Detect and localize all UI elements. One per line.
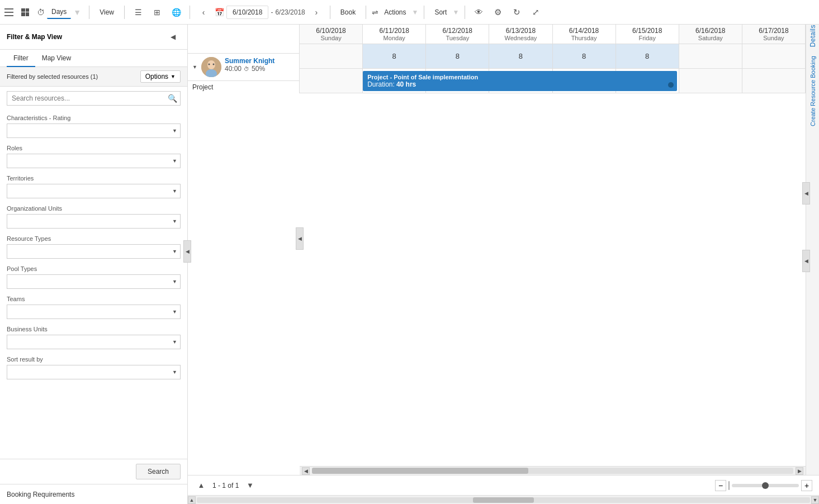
bottom-scrollbar[interactable]: ▲ ▼ bbox=[188, 495, 819, 504]
day-name-0: Sunday bbox=[301, 35, 361, 41]
roles-select[interactable] bbox=[7, 154, 181, 168]
page-up-btn[interactable]: ▲ bbox=[195, 479, 208, 492]
resource-hours-row: 8 8 8 8 8 bbox=[300, 44, 806, 69]
options-button[interactable]: Options ▼ bbox=[140, 70, 181, 83]
divider-3 bbox=[190, 6, 190, 19]
create-booking-label[interactable]: Create Resource Booking bbox=[809, 56, 816, 126]
pagination-bar: ▲ 1 - 1 of 1 ▼ − + bbox=[188, 475, 819, 495]
details-label[interactable]: Details bbox=[809, 25, 817, 51]
schedule-inner: ▼ Su bbox=[188, 25, 819, 475]
resource-details-summer: Summer Knight 40:00 ⏱ 50% bbox=[225, 57, 295, 73]
zoom-thumb[interactable] bbox=[762, 482, 769, 489]
h-scrollbar[interactable]: ◀ ▶ bbox=[300, 466, 806, 475]
grid-view-icon[interactable] bbox=[21, 8, 29, 16]
schedule-panel: ▼ Su bbox=[188, 25, 819, 504]
business-units-select[interactable] bbox=[7, 335, 181, 349]
resource-name-summer[interactable]: Summer Knight bbox=[225, 57, 295, 65]
char-rating-select-wrapper bbox=[7, 123, 181, 138]
days-control: ⏱ Days ▼ bbox=[37, 6, 81, 19]
date-cell-7: 6/17/2018 Sunday bbox=[742, 25, 806, 44]
zoom-out-btn[interactable]: − bbox=[715, 480, 726, 491]
prev-date-button[interactable]: ‹ bbox=[196, 4, 211, 20]
filter-tabs: Filter Map View bbox=[0, 50, 187, 67]
refresh-button[interactable]: ↻ bbox=[509, 4, 524, 20]
filtered-count: Filtered by selected resources (1) bbox=[7, 73, 98, 80]
bottom-scroll-thumb[interactable] bbox=[473, 497, 534, 503]
scroll-left-btn[interactable]: ◀ bbox=[302, 467, 310, 475]
grid-cell-r0-c1: 8 bbox=[363, 44, 426, 68]
org-units-select[interactable] bbox=[7, 214, 181, 229]
date-cell-1: 6/11/2018 Monday bbox=[363, 25, 426, 44]
list-view-button[interactable]: ☰ bbox=[130, 4, 146, 20]
search-button[interactable]: Search bbox=[136, 464, 181, 479]
page-down-btn[interactable]: ▼ bbox=[243, 479, 257, 492]
resource-col-collapse-handle[interactable]: ◀ bbox=[296, 227, 304, 250]
grid-cell-r0-c5: 8 bbox=[616, 44, 679, 68]
days-button[interactable]: Days bbox=[47, 6, 71, 19]
resource-list-container: ▼ Su bbox=[188, 25, 300, 475]
grid-cell-r0-c0 bbox=[300, 44, 363, 68]
filter-selected-bar: Filtered by selected resources (1) Optio… bbox=[0, 67, 187, 87]
map-view-button[interactable]: 🌐 bbox=[168, 4, 184, 20]
resource-row-summer: ▼ Su bbox=[188, 54, 299, 81]
project-label: Project bbox=[192, 83, 213, 91]
booking-drag-handle[interactable] bbox=[668, 82, 674, 88]
tab-filter[interactable]: Filter bbox=[7, 50, 35, 66]
toolbar: ⏱ Days ▼ View ☰ ⊞ 🌐 ‹ 📅 6/10/2018 - 6/23… bbox=[0, 0, 819, 25]
resource-types-select[interactable] bbox=[7, 244, 181, 259]
char-rating-select[interactable] bbox=[7, 123, 181, 138]
date-cell-0: 6/10/2018 Sunday bbox=[300, 25, 363, 44]
details-panel-expand-handle[interactable]: ◀ bbox=[802, 250, 810, 272]
details-panel-collapse-handle[interactable]: ◀ bbox=[802, 182, 810, 205]
filter-collapse-btn[interactable]: ◀ bbox=[165, 29, 181, 45]
date-range-end: 6/23/2018 bbox=[275, 8, 305, 16]
divider-1 bbox=[89, 6, 89, 19]
svg-point-4 bbox=[213, 64, 215, 65]
settings-button[interactable]: ⚙ bbox=[490, 4, 505, 20]
date-cell-4: 6/14/2018 Thursday bbox=[553, 25, 616, 44]
sort-result-select[interactable] bbox=[7, 365, 181, 379]
duration-value: 40 hrs bbox=[396, 80, 416, 88]
sort-button[interactable]: Sort bbox=[430, 6, 451, 18]
actions-button[interactable]: Actions bbox=[380, 6, 410, 18]
next-date-button[interactable]: › bbox=[309, 4, 324, 20]
tab-map-view[interactable]: Map View bbox=[35, 50, 78, 66]
eye-button[interactable]: 👁 bbox=[471, 4, 486, 20]
territories-select[interactable] bbox=[7, 184, 181, 198]
resource-column: ▼ Su bbox=[188, 25, 300, 93]
pool-types-select[interactable] bbox=[7, 274, 181, 289]
book-button[interactable]: Book bbox=[336, 6, 360, 18]
expand-button[interactable]: ⤢ bbox=[528, 4, 543, 20]
teams-select[interactable] bbox=[7, 305, 181, 319]
zoom-track[interactable] bbox=[732, 484, 799, 487]
bottom-scroll-up[interactable]: ▲ bbox=[188, 496, 196, 504]
search-wrapper: 🔍 bbox=[7, 91, 181, 106]
options-chevron-icon: ▼ bbox=[171, 74, 176, 79]
resource-row-collapse[interactable]: ▼ bbox=[192, 57, 198, 77]
bottom-scroll-down[interactable]: ▼ bbox=[811, 496, 819, 504]
sort-result-field: Sort result by bbox=[7, 356, 181, 379]
sort-control: Sort ▼ bbox=[430, 6, 459, 18]
bottom-scroll-track[interactable] bbox=[197, 497, 810, 503]
filter-panel: Filter & Map View ◀ Filter Map View Filt… bbox=[0, 25, 188, 504]
search-icon[interactable]: 🔍 bbox=[168, 94, 177, 103]
zoom-in-btn[interactable]: + bbox=[801, 480, 812, 491]
day-name-6: Saturday bbox=[680, 35, 741, 41]
teams-select-wrapper bbox=[7, 305, 181, 319]
filter-panel-collapse-handle[interactable]: ◀ bbox=[183, 240, 191, 263]
grid-view-button[interactable]: ⊞ bbox=[149, 4, 165, 20]
booking-requirements-bar: Booking Requirements bbox=[0, 484, 187, 504]
business-units-field: Business Units bbox=[7, 326, 181, 349]
search-resources-input[interactable] bbox=[7, 91, 181, 106]
scroll-right-btn[interactable]: ▶ bbox=[796, 467, 803, 475]
filter-header: Filter & Map View ◀ bbox=[0, 25, 187, 50]
day-name-4: Thursday bbox=[554, 35, 614, 41]
scroll-thumb[interactable] bbox=[312, 468, 528, 474]
project-booking-bar[interactable]: Project - Point of Sale implementation D… bbox=[363, 71, 677, 91]
view-button[interactable]: View bbox=[95, 6, 119, 18]
view-switcher-icons[interactable] bbox=[4, 8, 13, 16]
svg-point-3 bbox=[209, 64, 210, 65]
grid-column: 6/10/2018 Sunday 6/11/2018 Monday 6/12/2… bbox=[300, 25, 806, 475]
date-cell-3: 6/13/2018 Wednesday bbox=[489, 25, 552, 44]
date-num-0: 6/10/2018 bbox=[301, 27, 361, 35]
